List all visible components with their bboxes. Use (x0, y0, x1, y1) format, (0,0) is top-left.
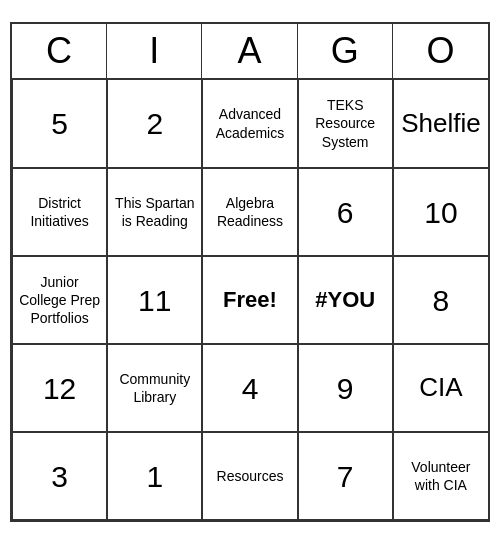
cell-r1c0[interactable]: District Initiatives (12, 168, 107, 256)
header-a: A (202, 24, 297, 78)
cell-r3c0[interactable]: 12 (12, 344, 107, 432)
cell-r3c3[interactable]: 9 (298, 344, 393, 432)
header-g: G (298, 24, 393, 78)
bingo-grid: 5 2 Advanced Academics TEKS Resource Sys… (12, 80, 488, 520)
cell-r2c4[interactable]: 8 (393, 256, 488, 344)
cell-r3c1[interactable]: Community Library (107, 344, 202, 432)
header-i: I (107, 24, 202, 78)
cell-r2c3[interactable]: #YOU (298, 256, 393, 344)
cell-r4c2[interactable]: Resources (202, 432, 297, 520)
cell-r1c1[interactable]: This Spartan is Reading (107, 168, 202, 256)
cell-r4c0[interactable]: 3 (12, 432, 107, 520)
cell-r1c2[interactable]: Algebra Readiness (202, 168, 297, 256)
bingo-header: C I A G O (12, 24, 488, 80)
cell-r0c1[interactable]: 2 (107, 80, 202, 168)
cell-r4c3[interactable]: 7 (298, 432, 393, 520)
cell-r0c0[interactable]: 5 (12, 80, 107, 168)
cell-r0c4[interactable]: Shelfie (393, 80, 488, 168)
header-o: O (393, 24, 488, 78)
header-c: C (12, 24, 107, 78)
cell-r3c4-cia[interactable]: CIA (393, 344, 488, 432)
cell-r2c1[interactable]: 11 (107, 256, 202, 344)
cell-r1c4[interactable]: 10 (393, 168, 488, 256)
cell-r2c2-free[interactable]: Free! (202, 256, 297, 344)
cell-r0c3[interactable]: TEKS Resource System (298, 80, 393, 168)
cell-r0c2[interactable]: Advanced Academics (202, 80, 297, 168)
cell-r4c4-volunteer[interactable]: Volunteer with CIA (393, 432, 488, 520)
cell-r2c0[interactable]: Junior College Prep Portfolios (12, 256, 107, 344)
cell-r3c2[interactable]: 4 (202, 344, 297, 432)
cell-r4c1[interactable]: 1 (107, 432, 202, 520)
bingo-card: C I A G O 5 2 Advanced Academics TEKS Re… (10, 22, 490, 522)
cell-r1c3[interactable]: 6 (298, 168, 393, 256)
